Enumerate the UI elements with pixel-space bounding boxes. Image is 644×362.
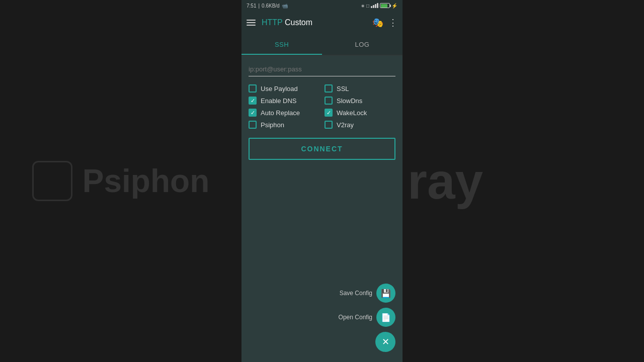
label-wake-lock: WakeLock <box>337 109 367 117</box>
label-use-payload: Use Payload <box>261 85 298 93</box>
status-data: | <box>258 3 260 9</box>
background-right: ray <box>397 0 644 362</box>
checkbox-use-payload[interactable] <box>249 84 257 93</box>
signal-bar-4 <box>377 3 378 8</box>
hamburger-line-3 <box>247 25 256 26</box>
bg-right-text: ray <box>408 152 483 210</box>
hamburger-line-1 <box>247 20 256 21</box>
checkbox-item-auto-replace[interactable]: ✓ Auto Replace <box>249 109 319 117</box>
checkboxes-grid: Use Payload SSL ✓ Enable DNS SlowDns ✓ <box>249 84 395 129</box>
tab-log[interactable]: LOG <box>322 34 403 55</box>
battery-tip <box>390 5 391 7</box>
tab-ssh[interactable]: SSH <box>242 34 322 55</box>
battery-icon <box>380 3 390 8</box>
checkbox-v2ray[interactable] <box>325 121 333 129</box>
label-slow-dns: SlowDns <box>337 97 362 105</box>
signal-bar-2 <box>373 5 374 8</box>
checkbox-item-wake-lock[interactable]: ✓ WakeLock <box>325 109 395 117</box>
bluetooth-icon: ∗ <box>361 3 365 9</box>
checkbox-auto-replace[interactable]: ✓ <box>249 109 257 117</box>
hamburger-menu[interactable] <box>247 20 256 26</box>
status-left: 7:51 | 0.6KB/d 📹 <box>247 3 288 9</box>
status-bar: 7:51 | 0.6KB/d 📹 ∗ □ ⚡ <box>242 0 403 11</box>
fab-close-button[interactable]: ✕ <box>375 332 395 352</box>
app-bar-right: 🎭 ⋮ <box>372 17 397 28</box>
phone-frame: 7:51 | 0.6KB/d 📹 ∗ □ ⚡ <box>242 0 403 362</box>
fab-item-open-config: Open Config 📄 <box>339 308 395 327</box>
background-left: Psiphon <box>0 0 242 362</box>
label-enable-dns: Enable DNS <box>261 97 297 105</box>
checkbox-psiphon[interactable] <box>249 121 257 129</box>
signal-bar-1 <box>371 6 372 8</box>
bg-logo-box <box>32 161 72 201</box>
checkbox-wake-lock[interactable]: ✓ <box>325 109 333 117</box>
video-icon: 📹 <box>282 3 288 9</box>
checkbox-ssl[interactable] <box>325 84 333 93</box>
label-auto-replace: Auto Replace <box>261 109 300 117</box>
checkmark-enable-dns: ✓ <box>251 98 255 104</box>
checkbox-slow-dns[interactable] <box>325 97 333 105</box>
connect-button[interactable]: CONNECT <box>249 138 395 160</box>
status-right: ∗ □ ⚡ <box>361 3 397 9</box>
tabs-bar: SSH LOG <box>242 34 403 55</box>
checkbox-item-v2ray[interactable]: V2ray <box>325 121 395 129</box>
content-area: Use Payload SSL ✓ Enable DNS SlowDns ✓ <box>242 55 403 362</box>
app-bar: HTTP Custom 🎭 ⋮ <box>242 11 403 34</box>
mask-icon[interactable]: 🎭 <box>372 17 383 28</box>
fab-save-config-label: Save Config <box>340 290 372 297</box>
tab-log-label: LOG <box>355 41 370 48</box>
checkbox-item-psiphon[interactable]: Psiphon <box>249 121 319 129</box>
close-icon: ✕ <box>382 336 389 347</box>
fab-item-save-config: Save Config 💾 <box>340 284 395 303</box>
hamburger-line-2 <box>247 22 256 23</box>
checkmark-wake-lock: ✓ <box>327 110 331 116</box>
battery-fill <box>381 4 387 8</box>
app-title-http: HTTP <box>262 18 282 27</box>
save-icon: 💾 <box>381 289 391 298</box>
bg-logo-text: Psiphon <box>83 162 209 200</box>
checkmark-auto-replace: ✓ <box>251 110 255 116</box>
tab-ssh-label: SSH <box>275 41 289 48</box>
fab-open-config-button[interactable]: 📄 <box>376 308 395 327</box>
signal-bar-3 <box>375 4 376 8</box>
file-icon: 📄 <box>381 313 391 322</box>
label-psiphon: Psiphon <box>261 121 284 129</box>
wifi-icon: □ <box>366 3 369 9</box>
app-title: HTTP Custom <box>262 18 312 27</box>
checkbox-item-enable-dns[interactable]: ✓ Enable DNS <box>249 97 319 105</box>
label-v2ray: V2ray <box>337 121 354 129</box>
charge-icon: ⚡ <box>391 3 397 9</box>
status-time: 7:51 <box>247 3 256 9</box>
fab-save-config-button[interactable]: 💾 <box>376 284 395 303</box>
app-title-rest: Custom <box>282 18 312 27</box>
label-ssl: SSL <box>337 85 349 93</box>
app-bar-left: HTTP Custom <box>247 18 312 27</box>
fab-area: Save Config 💾 Open Config 📄 ✕ <box>339 284 395 352</box>
more-options-icon[interactable]: ⋮ <box>388 17 397 28</box>
checkbox-item-slow-dns[interactable]: SlowDns <box>325 97 395 105</box>
checkbox-item-ssl[interactable]: SSL <box>325 84 395 93</box>
status-data-rate: 0.6KB/d <box>262 3 280 9</box>
checkbox-enable-dns[interactable]: ✓ <box>249 97 257 105</box>
signal-bars <box>371 3 378 8</box>
checkbox-item-use-payload[interactable]: Use Payload <box>249 84 319 93</box>
connection-input[interactable] <box>249 63 395 76</box>
fab-open-config-label: Open Config <box>339 314 372 321</box>
